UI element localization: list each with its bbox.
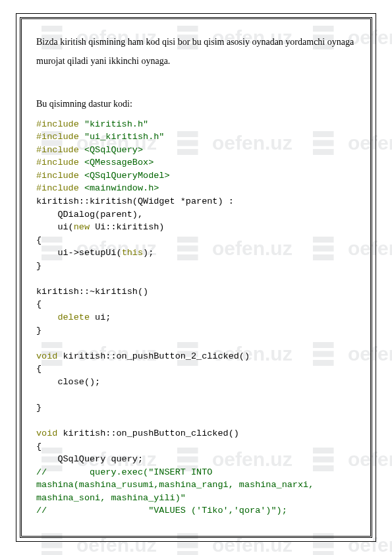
code-line: } [36,326,42,336]
code-line: QSqlQuery query; [36,454,143,464]
code-keyword: #include [36,119,79,129]
code-line: kiritish::~kiritish() [36,287,148,297]
code-keyword: #include [36,171,79,181]
paragraph-2: Bu qisimning dastur kodi: [36,94,356,113]
code-keyword: #include [36,183,79,193]
code-line: { [36,364,42,374]
code-comment: // query.exec("INSERT INTO mashina(mashi… [36,467,319,503]
code-comment: // "VALUES ('Tiko','qora')"); [36,506,287,515]
code-literal: "ui_kiritish.h" [79,132,165,142]
code-line: ); [143,248,154,258]
inner-frame: Bizda kiritish qismining ham kod qisi bo… [20,17,372,538]
code-literal: "kiritish.h" [79,119,148,129]
code-line: kiritish::on_pushButton_clicked() [57,428,238,438]
code-line: close(); [36,377,100,387]
code-line: { [36,442,42,452]
code-line: QDialog(parent), [36,210,143,219]
code-line: } [36,403,42,413]
code-keyword: delete [57,312,90,322]
code-line: ui->setupUi( [36,248,122,258]
paragraph-1: Bizda kiritish qismining ham kod qisi bo… [36,32,356,71]
code-line: kiritish::on_pushButton_2_clicked() [57,351,250,361]
code-keyword: void [36,428,57,438]
code-keyword: this [122,248,143,258]
code-literal: <QSqlQuery> [79,145,143,155]
page: Bizda kiritish qismining ham kod qisi bo… [0,0,392,555]
code-literal: <QSqlQueryModel> [79,171,170,181]
code-line: { [36,299,42,309]
code-line: kiritish::kiritish(QWidget *parent) : [36,196,234,206]
body-text: Bizda kiritish qismining ham kod qisi bo… [36,32,356,114]
code-line: ui( [36,222,74,232]
code-line: } [36,261,42,271]
code-line: { [36,235,42,245]
code-literal: <QMessageBox> [79,158,154,167]
code-literal: <mainwindow.h> [79,183,159,193]
code-block: #include "kiritish.h" #include "ui_kirit… [36,118,356,517]
code-line: ui; [90,312,111,322]
code-keyword: #include [36,145,79,155]
code-line [36,312,57,322]
code-keyword: new [74,222,90,232]
code-line: Ui::kiritish) [90,222,164,232]
code-keyword: #include [36,158,79,167]
code-keyword: #include [36,132,79,142]
code-keyword: void [36,351,57,361]
